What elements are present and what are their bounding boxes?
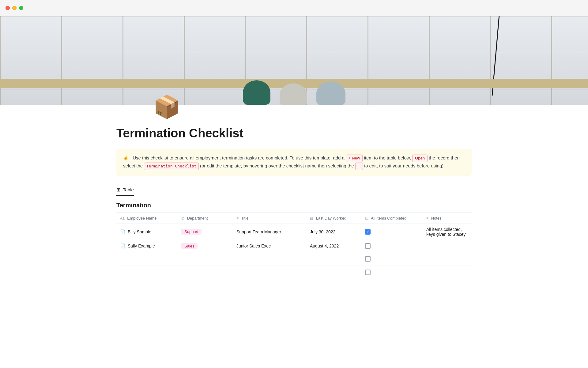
main-content: 📦 Termination Checklist ☝️ Use this chec… xyxy=(0,0,588,298)
table-view-header[interactable]: ⊞ Table xyxy=(116,187,134,196)
cell-last-day[interactable] xyxy=(306,266,361,279)
employee-name-text: Billy Sample xyxy=(128,229,151,234)
cell-title[interactable]: Junior Sales Exec xyxy=(233,240,306,252)
doc-icon: 📄 xyxy=(120,243,125,248)
cell-notes[interactable] xyxy=(423,252,472,266)
circle-icon: ⊙ xyxy=(181,216,184,220)
table-row xyxy=(116,252,472,266)
chair-green xyxy=(243,80,270,105)
calendar-icon: ▦ xyxy=(310,216,313,220)
table-header-row: Aa Employee Name ⊙ Department ≡ Title xyxy=(116,213,472,224)
aa-icon: Aa xyxy=(120,216,125,220)
hand-emoji: ☝️ xyxy=(123,155,129,160)
checkbox-unchecked[interactable] xyxy=(365,256,371,262)
page-title: Termination Checklist xyxy=(116,126,472,140)
cell-department[interactable] xyxy=(178,266,233,279)
col-header-lastday[interactable]: ▦ Last Day Worked xyxy=(306,213,361,224)
cell-title[interactable] xyxy=(233,252,306,266)
cell-last-day[interactable] xyxy=(306,252,361,266)
col-label-notes: Notes xyxy=(431,216,442,220)
cell-notes[interactable]: All items collected, keys given to Stace… xyxy=(423,224,472,240)
doc-icon: 📄 xyxy=(120,229,125,234)
callout-text-before-open: item to the table below, xyxy=(364,155,411,160)
cell-completed[interactable] xyxy=(361,266,423,279)
cell-title[interactable] xyxy=(233,266,306,279)
col-header-notes[interactable]: ≡ Notes xyxy=(423,213,472,224)
col-header-completed[interactable]: ☑ All Items Completed xyxy=(361,213,423,224)
table-view-label: Table xyxy=(123,187,134,192)
cell-employee-name[interactable] xyxy=(116,252,178,266)
col-label-employee: Employee Name xyxy=(127,216,156,220)
window-chrome xyxy=(0,0,588,16)
table-section: ⊞ Table Termination Aa Employee Name ⊙ D… xyxy=(116,187,472,279)
cell-employee-name[interactable] xyxy=(116,266,178,279)
cell-completed[interactable] xyxy=(361,252,423,266)
chair-light xyxy=(280,83,307,105)
new-badge[interactable]: + New xyxy=(346,155,363,162)
notes-lines-icon: ≡ xyxy=(426,216,428,220)
minimize-button[interactable] xyxy=(12,6,17,10)
cell-completed[interactable] xyxy=(361,224,423,240)
cell-employee-name[interactable]: 📄Sally Example xyxy=(116,240,178,252)
cell-notes[interactable] xyxy=(423,266,472,279)
col-label-completed: All Items Completed xyxy=(371,216,406,220)
department-badge: Support xyxy=(181,229,202,235)
content-area: 📦 Termination Checklist ☝️ Use this chec… xyxy=(80,96,508,298)
callout-text-before-new: Use this checklist to ensure all employm… xyxy=(133,155,345,160)
department-badge: Sales xyxy=(181,243,198,249)
ellipsis-tag[interactable]: ... xyxy=(355,163,363,170)
table-row: 📄Sally ExampleSalesJunior Sales ExecAugu… xyxy=(116,240,472,252)
col-header-title[interactable]: ≡ Title xyxy=(233,213,306,224)
checkbox-unchecked[interactable] xyxy=(365,270,371,275)
cell-notes[interactable] xyxy=(423,240,472,252)
chair-blue xyxy=(316,82,345,105)
callout-text-end: to edit, to suit your needs before using… xyxy=(364,163,445,168)
cell-department[interactable]: Sales xyxy=(178,240,233,252)
maximize-button[interactable] xyxy=(19,6,23,10)
close-button[interactable] xyxy=(6,6,10,10)
col-header-employee[interactable]: Aa Employee Name xyxy=(116,213,178,224)
box-emoji: 📦 xyxy=(153,94,181,119)
info-callout: ☝️ Use this checklist to ensure all empl… xyxy=(116,149,472,176)
table-row xyxy=(116,266,472,279)
cell-completed[interactable] xyxy=(361,240,423,252)
checkbox-unchecked[interactable] xyxy=(365,243,371,249)
col-header-department[interactable]: ⊙ Department xyxy=(178,213,233,224)
col-label-title: Title xyxy=(241,216,248,220)
table-group-title: Termination xyxy=(116,196,472,213)
cell-last-day[interactable]: July 30, 2022 xyxy=(306,224,361,240)
table-row: 📄Billy SampleSupportSupport Team Manager… xyxy=(116,224,472,240)
col-label-lastday: Last Day Worked xyxy=(316,216,346,220)
lines-icon: ≡ xyxy=(236,216,239,220)
checkbox-checked[interactable] xyxy=(365,229,371,235)
open-badge[interactable]: Open xyxy=(412,155,428,162)
cell-employee-name[interactable]: 📄Billy Sample xyxy=(116,224,178,240)
cell-department[interactable] xyxy=(178,252,233,266)
hero-image xyxy=(0,16,588,105)
page-icon: 📦 xyxy=(153,96,178,120)
table-icon: ⊞ xyxy=(116,187,120,193)
hero-chairs xyxy=(0,16,588,105)
cell-title[interactable]: Support Team Manager xyxy=(233,224,306,240)
col-label-department: Department xyxy=(187,216,208,220)
employee-name-text: Sally Example xyxy=(128,243,155,248)
callout-text-after-tag: (or edit the template, by hovering over … xyxy=(200,163,354,168)
checkbox-icon: ☑ xyxy=(365,216,368,220)
checklist-tag[interactable]: Termination Checklist xyxy=(144,163,198,170)
cell-last-day[interactable]: August 4, 2022 xyxy=(306,240,361,252)
cell-department[interactable]: Support xyxy=(178,224,233,240)
data-table: Aa Employee Name ⊙ Department ≡ Title xyxy=(116,213,472,279)
